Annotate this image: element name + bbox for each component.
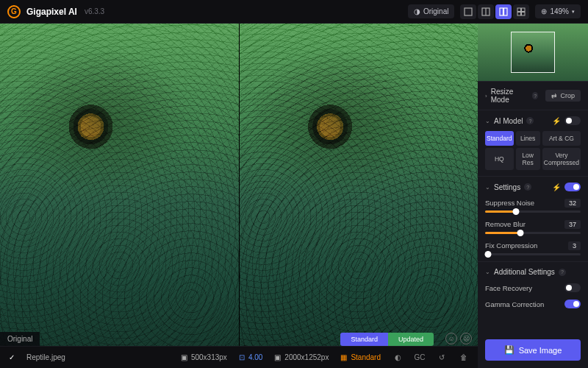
chevron-down-icon: ▾ — [572, 9, 575, 15]
model-option-hq[interactable]: HQ — [485, 148, 514, 170]
fix-compression-slider[interactable] — [485, 253, 581, 255]
fix-compression-row: Fix Compression3 — [485, 241, 581, 255]
view-split-button[interactable] — [478, 4, 494, 19]
topbar: G Gigapixel AI v6.3.3 ◑ Original ⊕ 149% … — [0, 0, 588, 24]
remove-blur-label: Remove Blur — [485, 220, 526, 229]
zoom-dropdown[interactable]: ⊕ 149% ▾ — [535, 4, 581, 18]
view-grid-button[interactable] — [513, 4, 529, 19]
bottombar: ✓ Reptile.jpeg ▣ 500x313px ⊡ 4.00 ▣ 2000… — [0, 346, 478, 368]
crop-button[interactable]: ⇄ Crop — [545, 90, 581, 102]
suppress-noise-value: 32 — [564, 199, 581, 208]
image-icon: ▣ — [274, 353, 281, 361]
status-pill: Standard Updated — [340, 333, 434, 346]
feedback-frown-icon[interactable]: ☹ — [460, 333, 472, 344]
face-recovery-toggle[interactable] — [564, 283, 581, 292]
section-settings: ⌄ Settings ? ⚡ Suppress Noise32 Remove B… — [478, 176, 588, 261]
reset-icon[interactable]: ↺ — [437, 353, 447, 363]
settings-auto-toggle[interactable] — [564, 183, 581, 191]
source-dims: ▣ 500x313px — [181, 353, 227, 361]
crop-icon: ⇄ — [551, 92, 557, 99]
fix-compression-value: 3 — [568, 241, 581, 250]
model-badge: ▦ Standard — [340, 353, 381, 361]
fix-compression-label: Fix Compression — [485, 241, 537, 250]
model-option-art-cg[interactable]: Art & CG — [542, 131, 581, 146]
settings-header[interactable]: ⌄ Settings ? ⚡ — [485, 183, 581, 191]
remove-blur-slider[interactable] — [485, 232, 581, 234]
section-resize-mode: › Resize Mode ? ⇄ Crop — [478, 81, 588, 110]
original-label: Original — [423, 7, 448, 15]
save-label: Save Image — [519, 346, 562, 355]
help-icon[interactable]: ? — [526, 117, 534, 124]
contrast-icon[interactable]: ◐ — [392, 353, 403, 363]
ai-model-auto-toggle[interactable] — [564, 116, 581, 125]
scale-factor: ⊡ 4.00 — [239, 353, 262, 361]
model-option-standard[interactable]: Standard — [485, 131, 514, 146]
app-title: Gigapixel AI — [26, 7, 77, 17]
image-icon: ▣ — [181, 353, 187, 361]
section-ai-model: ⌄ AI Model ? ⚡ StandardLinesArt & CGHQLo… — [478, 110, 588, 176]
svg-rect-4 — [504, 8, 508, 15]
resize-mode-label: Resize Mode — [491, 88, 528, 104]
suppress-noise-row: Suppress Noise32 — [485, 199, 581, 213]
gamma-label: Gamma Correction — [485, 300, 544, 308]
view-sidebyside-button[interactable] — [495, 4, 512, 19]
svg-rect-5 — [517, 8, 521, 12]
chevron-right-icon: › — [485, 93, 487, 99]
feedback-smile-icon[interactable]: ☺ — [445, 333, 457, 344]
preview-navigator[interactable] — [478, 24, 588, 81]
remove-blur-value: 37 — [564, 220, 581, 229]
face-recovery-label: Face Recovery — [485, 284, 532, 292]
zoom-icon: ⊕ — [541, 7, 547, 15]
save-image-button[interactable]: 💾 Save Image — [485, 339, 581, 361]
zoom-value: 149% — [550, 7, 569, 15]
app-logo: G — [7, 5, 21, 18]
filename: Reptile.jpeg — [26, 353, 65, 361]
additional-label: Additional Settings — [494, 268, 555, 276]
pane-label-original: Original — [0, 332, 40, 346]
pane-original: Original — [0, 24, 239, 346]
suppress-noise-slider[interactable] — [485, 210, 581, 213]
gamma-toggle[interactable] — [564, 300, 581, 308]
help-icon[interactable]: ? — [559, 269, 566, 276]
status-updated: Updated — [388, 333, 434, 346]
sidebar: › Resize Mode ? ⇄ Crop ⌄ AI Model ? ⚡ St… — [478, 24, 588, 368]
section-additional: ⌄ Additional Settings ? Face Recovery Ga… — [478, 261, 588, 314]
svg-rect-3 — [500, 8, 503, 15]
bolt-icon: ⚡ — [552, 183, 561, 191]
model-option-low-res[interactable]: Low Res — [516, 148, 540, 170]
help-icon[interactable]: ? — [524, 183, 531, 191]
app-version: v6.3.3 — [85, 7, 104, 15]
status-standard: Standard — [340, 333, 388, 346]
ai-model-label: AI Model — [494, 117, 523, 125]
bolt-icon: ⚡ — [552, 117, 561, 125]
canvas-area: Original Standard Updated ☺ ☹ ✓ Reptile.… — [0, 24, 478, 368]
svg-rect-6 — [522, 8, 526, 12]
model-option-very-compressed[interactable]: Very Compressed — [542, 148, 581, 170]
compare-view[interactable]: Original Standard Updated ☺ ☹ — [0, 24, 478, 346]
additional-header[interactable]: ⌄ Additional Settings ? — [485, 268, 581, 276]
svg-rect-8 — [522, 12, 526, 15]
help-icon[interactable]: ? — [532, 92, 539, 99]
resize-mode-header[interactable]: › Resize Mode ? ⇄ Crop — [485, 88, 581, 104]
remove-blur-row: Remove Blur37 — [485, 220, 581, 234]
model-grid: StandardLinesArt & CGHQLow ResVery Compr… — [485, 131, 581, 170]
chevron-down-icon: ⌄ — [485, 184, 490, 191]
ai-model-header[interactable]: ⌄ AI Model ? ⚡ — [485, 116, 581, 125]
original-toggle[interactable]: ◑ Original — [408, 4, 454, 18]
view-single-button[interactable] — [460, 4, 476, 19]
settings-label: Settings — [494, 183, 520, 191]
svg-rect-7 — [517, 12, 521, 15]
view-mode-group — [460, 4, 529, 19]
output-dims: ▣ 2000x1252px — [274, 353, 329, 361]
check-icon: ✓ — [9, 353, 15, 361]
scale-icon: ⊡ — [239, 353, 245, 361]
chevron-down-icon: ⌄ — [485, 269, 490, 275]
eye-icon: ◑ — [414, 7, 420, 15]
suppress-noise-label: Suppress Noise — [485, 199, 534, 208]
trash-icon[interactable]: 🗑 — [459, 353, 469, 363]
pane-processed: Standard Updated ☺ ☹ — [239, 24, 478, 346]
chevron-down-icon: ⌄ — [485, 118, 490, 124]
gc-label: GC — [415, 353, 425, 363]
model-option-lines[interactable]: Lines — [516, 131, 540, 146]
save-icon: 💾 — [504, 345, 514, 355]
